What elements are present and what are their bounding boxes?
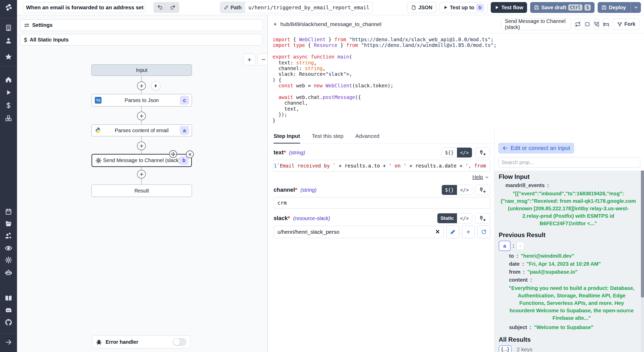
all-static-inputs-button[interactable]: $ All Static Inputs <box>20 34 263 46</box>
prop-picker-sidebar: Edit or connect an input Flow Input mand… <box>495 129 644 352</box>
collapse-button[interactable]: - <box>516 242 524 250</box>
path-group[interactable]: Path u/henri/triggered_by_email_report_e… <box>220 2 373 13</box>
runs-play-icon[interactable] <box>4 88 13 97</box>
result-content-value[interactable]: "Everything you need to build a product:… <box>499 284 638 322</box>
zoom-in-button[interactable]: + <box>243 54 255 65</box>
save-draft-button[interactable]: Save draft Ctrl S <box>530 2 595 13</box>
input-node[interactable]: Input <box>91 64 192 76</box>
delete-step-button[interactable] <box>186 150 194 158</box>
ai-bot-icon[interactable] <box>4 268 13 277</box>
flow-title-input[interactable]: When an email is forwarded to an address… <box>23 2 145 13</box>
channel-input[interactable]: crm <box>274 197 490 208</box>
search-prop-input[interactable] <box>498 157 640 167</box>
connect-input-button[interactable] <box>475 185 490 195</box>
audit-eye-icon[interactable] <box>4 244 13 253</box>
move-step-handle[interactable] <box>169 150 177 158</box>
connect-input-button[interactable] <box>475 147 490 158</box>
step-node-c[interactable]: TS Parses to Json c <box>91 94 192 106</box>
result-content-row[interactable]: content: <box>499 277 638 283</box>
error-handler-toggle[interactable] <box>173 338 187 346</box>
code-mode-option[interactable]: </> <box>457 213 472 223</box>
result-subject-row[interactable]: subject: "Welcome to Supabase" <box>499 324 638 330</box>
add-step-button[interactable] <box>137 141 146 150</box>
resources-boxes-icon[interactable] <box>4 114 13 123</box>
chevron-down-icon[interactable] <box>633 5 639 10</box>
settings-gear-icon[interactable] <box>4 255 13 265</box>
json-button[interactable]: JSON <box>407 2 436 13</box>
path-edit-button[interactable]: Path <box>220 2 245 13</box>
edit-or-connect-button[interactable]: Edit or connect an input <box>498 143 574 154</box>
groups-users-icon[interactable] <box>4 231 13 241</box>
result-to-row[interactable]: to: "henri@windmill.dev" <box>499 253 638 259</box>
connect-input-button[interactable] <box>475 213 490 223</box>
home-icon[interactable] <box>4 75 13 84</box>
path-value[interactable]: u/henri/triggered_by_email_report_email <box>245 2 372 13</box>
folders-icon[interactable] <box>4 219 13 229</box>
lightning-icon <box>154 83 158 88</box>
step-summary-input[interactable]: Send Message to Channel (slack) <box>501 18 571 30</box>
collapse-rail-arrow-icon[interactable] <box>4 338 13 347</box>
box-button[interactable] <box>584 19 590 30</box>
clear-resource-button[interactable]: ✕ <box>435 229 440 235</box>
step-node-b-selected[interactable]: Send Message to Channel (slack) b <box>91 154 192 167</box>
flow-settings-button[interactable]: Settings <box>20 19 263 31</box>
static-inputs-label: All Static Inputs <box>30 37 69 43</box>
test-up-to-button[interactable]: Test up to b <box>439 2 488 13</box>
refresh-resource-button[interactable] <box>477 225 490 238</box>
error-handler-node[interactable]: Error handler <box>92 336 190 348</box>
scrollbar-thumb[interactable] <box>641 171 644 297</box>
code-mode-option[interactable]: </> <box>457 148 472 157</box>
fork-button[interactable]: Fork <box>613 19 640 30</box>
deploy-button[interactable]: Deploy <box>598 2 641 13</box>
scrollbar-track[interactable] <box>641 171 644 352</box>
mandrill-events-value[interactable]: "[{"event":"inbound","ts":1683819426,"ms… <box>499 190 638 227</box>
step-node-a[interactable]: Parses content of email a <box>91 124 192 136</box>
diff-bed-button[interactable] <box>603 19 609 30</box>
user-icon[interactable] <box>4 36 13 45</box>
result-date-row[interactable]: date: "Fri, Apr 14, 2023 at 10:28 AM" <box>499 261 638 267</box>
trigger-bolt-button[interactable] <box>151 81 160 90</box>
template-mode-option[interactable]: ${} <box>442 185 457 195</box>
help-link[interactable]: Help <box>472 174 483 180</box>
add-step-button[interactable] <box>137 81 146 90</box>
favorites-star-icon[interactable] <box>4 52 13 61</box>
zoom-out-button[interactable]: − <box>258 54 268 65</box>
divider <box>631 2 631 13</box>
static-mode-option[interactable]: Static <box>437 213 457 223</box>
schedules-calendar-icon[interactable] <box>4 207 13 216</box>
chevron-down-icon[interactable] <box>485 175 489 180</box>
webhook-phone-button[interactable] <box>594 19 599 30</box>
mandrill-events-row[interactable]: mandrill_events: <box>499 182 638 188</box>
tab-test-this-step[interactable]: Test this step <box>312 129 344 144</box>
hub-script-path[interactable]: hub/849/slack/send_message_to_channel <box>280 21 381 27</box>
code-mode-option[interactable]: </> <box>457 185 472 195</box>
windmill-logo[interactable] <box>4 3 13 12</box>
result-node[interactable]: Result <box>91 185 192 197</box>
github-icon[interactable] <box>4 318 13 327</box>
discord-icon[interactable] <box>4 306 13 315</box>
result-from-row[interactable]: from: "paul@supabase.io" <box>499 269 638 275</box>
add-step-button[interactable] <box>137 112 146 120</box>
undo-button[interactable] <box>154 2 166 13</box>
expand-object-button[interactable]: {...} <box>499 345 512 352</box>
edit-resource-button[interactable] <box>446 225 459 238</box>
docs-book-icon[interactable] <box>4 294 13 303</box>
code-editor[interactable]: import { WebClient } from "https://deno.… <box>269 33 644 132</box>
slack-resource-input[interactable]: u/henri/henri_slack_perso ✕ <box>274 226 444 238</box>
tab-step-input[interactable]: Step Input <box>274 129 300 144</box>
result-a-badge[interactable]: a <box>499 241 511 251</box>
test-flow-button[interactable]: Test flow <box>491 2 527 13</box>
template-mode-option[interactable]: ${} <box>442 148 457 157</box>
field-text-header: text* (string) ${} </> <box>274 147 490 158</box>
redo-button[interactable] <box>166 2 179 13</box>
variables-dollar-icon[interactable] <box>4 101 13 110</box>
tab-advanced[interactable]: Advanced <box>355 129 379 144</box>
add-step-button[interactable] <box>137 170 146 179</box>
sliders-icon <box>24 22 30 28</box>
save-icon <box>601 5 607 10</box>
text-expression-editor[interactable]: 1 `Email received by ` + results.a.to + … <box>274 160 490 172</box>
step-detail-panel: hub/849/slack/send_message_to_channel Se… <box>269 15 644 352</box>
reload-script-button[interactable] <box>575 19 581 30</box>
add-resource-button[interactable]: + <box>462 225 475 238</box>
workspace-icon[interactable] <box>4 23 13 32</box>
